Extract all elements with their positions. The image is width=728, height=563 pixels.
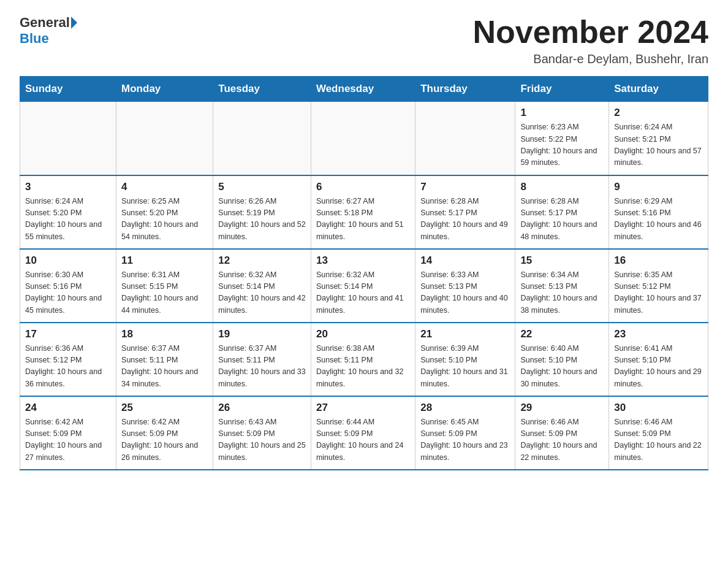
day-number: 30 [614, 402, 703, 414]
day-info: Sunrise: 6:28 AMSunset: 5:17 PMDaylight:… [420, 196, 510, 243]
day-info: Sunrise: 6:31 AMSunset: 5:15 PMDaylight:… [121, 269, 208, 317]
calendar-cell [311, 102, 415, 175]
day-info: Sunrise: 6:25 AMSunset: 5:20 PMDaylight:… [121, 196, 208, 243]
page-header: General Blue November 2024 Bandar-e Deyl… [20, 15, 708, 66]
logo: General Blue [20, 15, 77, 47]
calendar-week-row: 3Sunrise: 6:24 AMSunset: 5:20 PMDaylight… [20, 175, 708, 249]
day-number: 19 [218, 328, 306, 340]
day-info: Sunrise: 6:41 AMSunset: 5:10 PMDaylight:… [614, 343, 703, 391]
calendar-cell: 11Sunrise: 6:31 AMSunset: 5:15 PMDayligh… [116, 249, 213, 323]
day-number: 5 [218, 181, 306, 193]
header-cell-saturday: Saturday [609, 77, 708, 102]
header-cell-thursday: Thursday [415, 77, 515, 102]
calendar-cell: 10Sunrise: 6:30 AMSunset: 5:16 PMDayligh… [20, 249, 116, 323]
day-number: 26 [218, 402, 306, 414]
day-number: 7 [420, 181, 510, 193]
calendar-cell [20, 102, 116, 175]
day-number: 3 [25, 181, 111, 193]
day-number: 16 [614, 255, 703, 267]
day-info: Sunrise: 6:26 AMSunset: 5:19 PMDaylight:… [218, 196, 306, 243]
day-number: 20 [316, 328, 410, 340]
day-number: 22 [520, 328, 604, 340]
day-number: 10 [25, 255, 111, 267]
day-number: 15 [520, 255, 604, 267]
day-number: 4 [121, 181, 208, 193]
calendar-cell: 7Sunrise: 6:28 AMSunset: 5:17 PMDaylight… [415, 175, 515, 249]
day-info: Sunrise: 6:46 AMSunset: 5:09 PMDaylight:… [520, 416, 604, 464]
header-cell-tuesday: Tuesday [213, 77, 311, 102]
day-number: 1 [520, 107, 604, 119]
calendar-cell: 9Sunrise: 6:29 AMSunset: 5:16 PMDaylight… [609, 175, 708, 249]
day-info: Sunrise: 6:46 AMSunset: 5:09 PMDaylight:… [614, 416, 703, 464]
calendar-week-row: 10Sunrise: 6:30 AMSunset: 5:16 PMDayligh… [20, 249, 708, 323]
calendar-cell: 1Sunrise: 6:23 AMSunset: 5:22 PMDaylight… [515, 102, 609, 175]
day-info: Sunrise: 6:34 AMSunset: 5:13 PMDaylight:… [520, 269, 604, 317]
day-info: Sunrise: 6:38 AMSunset: 5:11 PMDaylight:… [316, 343, 410, 391]
day-number: 18 [121, 328, 208, 340]
day-info: Sunrise: 6:37 AMSunset: 5:11 PMDaylight:… [218, 343, 306, 391]
calendar-cell: 12Sunrise: 6:32 AMSunset: 5:14 PMDayligh… [213, 249, 311, 323]
calendar-title: November 2024 [473, 15, 708, 50]
calendar-cell: 18Sunrise: 6:37 AMSunset: 5:11 PMDayligh… [116, 323, 213, 396]
day-info: Sunrise: 6:28 AMSunset: 5:17 PMDaylight:… [520, 196, 604, 243]
day-number: 11 [121, 255, 208, 267]
calendar-cell: 14Sunrise: 6:33 AMSunset: 5:13 PMDayligh… [415, 249, 515, 323]
calendar-cell: 23Sunrise: 6:41 AMSunset: 5:10 PMDayligh… [609, 323, 708, 396]
day-number: 21 [420, 328, 510, 340]
day-info: Sunrise: 6:30 AMSunset: 5:16 PMDaylight:… [25, 269, 111, 317]
day-number: 29 [520, 402, 604, 414]
calendar-week-row: 17Sunrise: 6:36 AMSunset: 5:12 PMDayligh… [20, 323, 708, 396]
calendar-cell: 8Sunrise: 6:28 AMSunset: 5:17 PMDaylight… [515, 175, 609, 249]
day-number: 8 [520, 181, 604, 193]
day-info: Sunrise: 6:35 AMSunset: 5:12 PMDaylight:… [614, 269, 703, 317]
day-info: Sunrise: 6:24 AMSunset: 5:20 PMDaylight:… [25, 196, 111, 243]
calendar-cell [415, 102, 515, 175]
calendar-cell: 20Sunrise: 6:38 AMSunset: 5:11 PMDayligh… [311, 323, 415, 396]
calendar-cell: 4Sunrise: 6:25 AMSunset: 5:20 PMDaylight… [116, 175, 213, 249]
day-info: Sunrise: 6:36 AMSunset: 5:12 PMDaylight:… [25, 343, 111, 391]
logo-general-text: General [20, 15, 70, 31]
day-info: Sunrise: 6:32 AMSunset: 5:14 PMDaylight:… [218, 269, 306, 317]
day-info: Sunrise: 6:24 AMSunset: 5:21 PMDaylight:… [614, 121, 703, 169]
calendar-week-row: 1Sunrise: 6:23 AMSunset: 5:22 PMDaylight… [20, 102, 708, 175]
header-cell-wednesday: Wednesday [311, 77, 415, 102]
day-number: 6 [316, 181, 410, 193]
day-info: Sunrise: 6:42 AMSunset: 5:09 PMDaylight:… [121, 416, 208, 464]
calendar-cell: 22Sunrise: 6:40 AMSunset: 5:10 PMDayligh… [515, 323, 609, 396]
day-number: 17 [25, 328, 111, 340]
calendar-cell: 26Sunrise: 6:43 AMSunset: 5:09 PMDayligh… [213, 396, 311, 470]
calendar-header-row: SundayMondayTuesdayWednesdayThursdayFrid… [20, 77, 708, 102]
calendar-cell: 2Sunrise: 6:24 AMSunset: 5:21 PMDaylight… [609, 102, 708, 175]
day-number: 28 [420, 402, 510, 414]
calendar-cell [116, 102, 213, 175]
calendar-cell: 15Sunrise: 6:34 AMSunset: 5:13 PMDayligh… [515, 249, 609, 323]
day-info: Sunrise: 6:39 AMSunset: 5:10 PMDaylight:… [420, 343, 510, 391]
calendar-cell: 13Sunrise: 6:32 AMSunset: 5:14 PMDayligh… [311, 249, 415, 323]
day-number: 2 [614, 107, 703, 119]
calendar-week-row: 24Sunrise: 6:42 AMSunset: 5:09 PMDayligh… [20, 396, 708, 470]
calendar-cell: 28Sunrise: 6:45 AMSunset: 5:09 PMDayligh… [415, 396, 515, 470]
calendar-cell: 3Sunrise: 6:24 AMSunset: 5:20 PMDaylight… [20, 175, 116, 249]
day-info: Sunrise: 6:42 AMSunset: 5:09 PMDaylight:… [25, 416, 111, 464]
calendar-cell: 25Sunrise: 6:42 AMSunset: 5:09 PMDayligh… [116, 396, 213, 470]
header-cell-sunday: Sunday [20, 77, 116, 102]
day-info: Sunrise: 6:29 AMSunset: 5:16 PMDaylight:… [614, 196, 703, 243]
calendar-cell: 21Sunrise: 6:39 AMSunset: 5:10 PMDayligh… [415, 323, 515, 396]
calendar-cell: 30Sunrise: 6:46 AMSunset: 5:09 PMDayligh… [609, 396, 708, 470]
day-info: Sunrise: 6:32 AMSunset: 5:14 PMDaylight:… [316, 269, 410, 317]
day-info: Sunrise: 6:23 AMSunset: 5:22 PMDaylight:… [520, 121, 604, 169]
logo-arrow-icon [71, 17, 77, 29]
day-number: 14 [420, 255, 510, 267]
day-number: 12 [218, 255, 306, 267]
day-info: Sunrise: 6:40 AMSunset: 5:10 PMDaylight:… [520, 343, 604, 391]
day-info: Sunrise: 6:27 AMSunset: 5:18 PMDaylight:… [316, 196, 410, 243]
calendar-subtitle: Bandar-e Deylam, Bushehr, Iran [473, 52, 708, 66]
calendar-cell: 16Sunrise: 6:35 AMSunset: 5:12 PMDayligh… [609, 249, 708, 323]
calendar-cell [213, 102, 311, 175]
calendar-cell: 29Sunrise: 6:46 AMSunset: 5:09 PMDayligh… [515, 396, 609, 470]
calendar-cell: 17Sunrise: 6:36 AMSunset: 5:12 PMDayligh… [20, 323, 116, 396]
logo-blue-text: Blue [20, 31, 49, 47]
day-number: 27 [316, 402, 410, 414]
calendar-cell: 5Sunrise: 6:26 AMSunset: 5:19 PMDaylight… [213, 175, 311, 249]
title-block: November 2024 Bandar-e Deylam, Bushehr, … [473, 15, 708, 66]
